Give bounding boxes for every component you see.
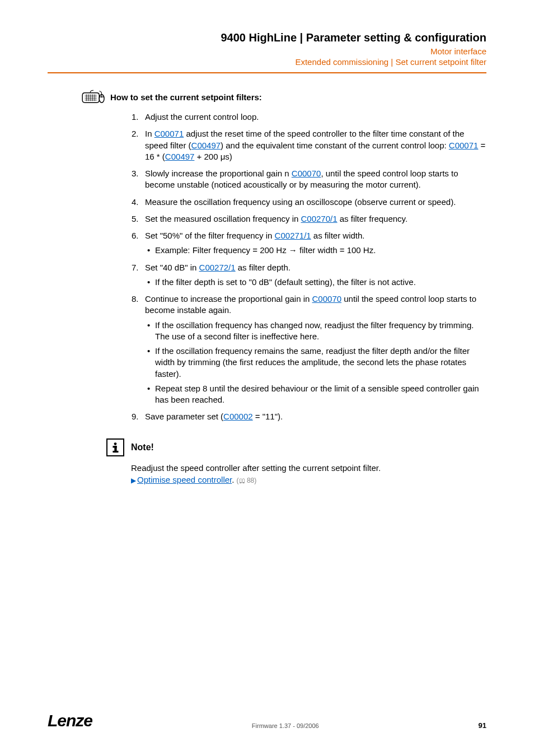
step-text: Set the measured oscillation frequency i… [145, 214, 301, 223]
link-c00070[interactable]: C00070 [292, 169, 321, 178]
procedure-heading-row: How to set the current setpoint filters: [81, 89, 486, 105]
step-5: Set the measured oscillation frequency i… [132, 213, 486, 225]
step-text: Set "50%" of the filter frequency in [145, 231, 275, 240]
svg-point-12 [114, 442, 117, 445]
step-text: Slowly increase the proportional gain n [145, 169, 292, 178]
keyboard-mouse-icon [81, 89, 106, 105]
sub-text: If the filter depth is set to "0 dB" (de… [155, 277, 416, 287]
info-icon [106, 438, 124, 456]
step-6: Set "50%" of the filter frequency in C00… [132, 230, 486, 256]
link-c00071[interactable]: C00071 [154, 129, 184, 138]
sub-text: Example: Filter frequency = 200 Hz → fil… [155, 245, 376, 255]
step-text: Continue to increase the proportional ga… [145, 294, 312, 304]
step-6-sub-1: Example: Filter frequency = 200 Hz → fil… [145, 245, 486, 256]
step-7-sub-1: If the filter depth is set to "0 dB" (de… [145, 277, 486, 288]
link-c00070-b[interactable]: C00070 [312, 294, 342, 304]
note-body-text: Readjust the speed controller after sett… [131, 462, 486, 474]
step-text: as filter frequency. [338, 214, 408, 223]
header-rule [48, 72, 486, 73]
step-text: + 200 μs) [194, 152, 232, 161]
step-text: Set "40 dB" in [145, 263, 199, 272]
page-subtitle-2: Extended commissioning | Set current set… [48, 57, 486, 67]
steps-list: Adjust the current control loop. In C000… [132, 111, 486, 423]
link-c00271-1[interactable]: C00271/1 [275, 231, 311, 240]
link-c00497-b[interactable]: C00497 [165, 152, 195, 161]
firmware-text: Firmware 1.37 - 09/2006 [252, 722, 319, 729]
step-text: = "11"). [253, 412, 283, 421]
link-c00497[interactable]: C00497 [191, 141, 221, 150]
sub-text: If the oscillation frequency remains the… [155, 346, 470, 379]
page-ref-num: 88 [247, 477, 254, 484]
svg-rect-15 [113, 450, 118, 452]
step-text: as filter depth. [236, 263, 291, 272]
step-3: Slowly increase the proportional gain n … [132, 168, 486, 191]
step-text: Save parameter set ( [145, 412, 223, 421]
page-title: 9400 HighLine | Parameter setting & conf… [48, 31, 486, 44]
note-link-suffix: . [232, 475, 234, 484]
link-c00272-1[interactable]: C00272/1 [199, 263, 236, 272]
book-icon: 🕮 [239, 477, 245, 484]
step-8-sub-3: Repeat step 8 until the desired behaviou… [145, 383, 486, 406]
step-text: as filter width. [311, 231, 365, 240]
note-block: Note! Readjust the speed controller afte… [106, 438, 486, 486]
step-8: Continue to increase the proportional ga… [132, 293, 486, 405]
step-8-sub-1: If the oscillation frequency has changed… [145, 320, 486, 343]
procedure-heading: How to set the current setpoint filters: [110, 92, 262, 102]
sub-text: If the oscillation frequency has changed… [155, 320, 474, 341]
step-text: Measure the oscillation frequency using … [145, 197, 456, 207]
step-8-sub-2: If the oscillation frequency remains the… [145, 346, 486, 380]
link-c00270-1[interactable]: C00270/1 [301, 214, 338, 223]
footer: Lenze Firmware 1.37 - 09/2006 91 [48, 711, 486, 730]
step-1: Adjust the current control loop. [132, 111, 486, 123]
link-c00002[interactable]: C00002 [223, 412, 253, 421]
page-subtitle-1: Motor interface [48, 46, 486, 56]
page-number: 91 [479, 721, 486, 730]
step-text: Adjust the current control loop. [145, 112, 259, 122]
page-ref: (🕮 88) [237, 477, 257, 484]
step-text: ) and the equivalent time constant of th… [221, 141, 449, 150]
step-4: Measure the oscillation frequency using … [132, 197, 486, 208]
brand-logo: Lenze [48, 711, 92, 730]
step-9: Save parameter set (C00002 = "11"). [132, 411, 486, 422]
step-2: In C00071 adjust the reset time of the s… [132, 128, 486, 162]
triangle-icon: ▶ [131, 477, 136, 484]
step-7: Set "40 dB" in C00272/1 as filter depth.… [132, 262, 486, 288]
link-c00071-b[interactable]: C00071 [449, 141, 479, 150]
note-label: Note! [131, 442, 154, 452]
sub-text: Repeat step 8 until the desired behaviou… [155, 384, 479, 404]
step-text: In [145, 129, 154, 138]
link-optimise-speed[interactable]: Optimise speed controller [137, 475, 232, 484]
